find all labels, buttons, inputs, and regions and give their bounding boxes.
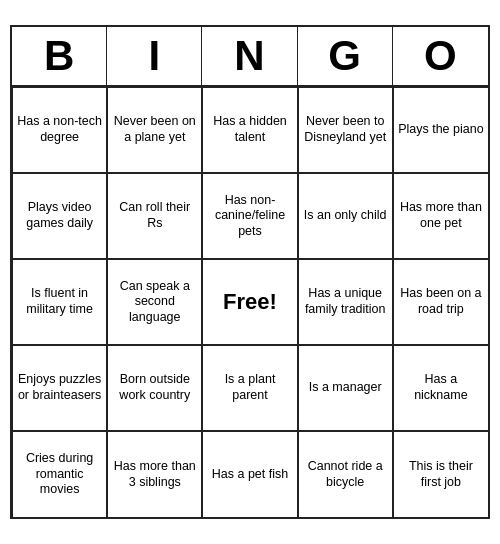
- bingo-cell-2[interactable]: Has a hidden talent: [202, 87, 297, 173]
- bingo-cell-4[interactable]: Plays the piano: [393, 87, 488, 173]
- bingo-cell-9[interactable]: Has more than one pet: [393, 173, 488, 259]
- bingo-letter-b: B: [12, 27, 107, 85]
- bingo-cell-23[interactable]: Cannot ride a bicycle: [298, 431, 393, 517]
- bingo-cell-24[interactable]: This is their first job: [393, 431, 488, 517]
- bingo-cell-3[interactable]: Never been to Disneyland yet: [298, 87, 393, 173]
- bingo-cell-1[interactable]: Never been on a plane yet: [107, 87, 202, 173]
- bingo-cell-20[interactable]: Cries during romantic movies: [12, 431, 107, 517]
- bingo-cell-13[interactable]: Has a unique family tradition: [298, 259, 393, 345]
- bingo-letter-n: N: [202, 27, 297, 85]
- bingo-cell-7[interactable]: Has non-canine/feline pets: [202, 173, 297, 259]
- bingo-cell-21[interactable]: Has more than 3 siblings: [107, 431, 202, 517]
- bingo-cell-19[interactable]: Has a nickname: [393, 345, 488, 431]
- bingo-cell-8[interactable]: Is an only child: [298, 173, 393, 259]
- bingo-cell-6[interactable]: Can roll their Rs: [107, 173, 202, 259]
- bingo-letter-i: I: [107, 27, 202, 85]
- bingo-cell-0[interactable]: Has a non-tech degree: [12, 87, 107, 173]
- bingo-cell-15[interactable]: Enjoys puzzles or brainteasers: [12, 345, 107, 431]
- bingo-cell-17[interactable]: Is a plant parent: [202, 345, 297, 431]
- bingo-cell-5[interactable]: Plays video games daily: [12, 173, 107, 259]
- bingo-cell-16[interactable]: Born outside work country: [107, 345, 202, 431]
- bingo-letter-o: O: [393, 27, 488, 85]
- bingo-cell-12[interactable]: Free!: [202, 259, 297, 345]
- bingo-card: BINGO Has a non-tech degreeNever been on…: [10, 25, 490, 519]
- bingo-header: BINGO: [12, 27, 488, 87]
- bingo-cell-10[interactable]: Is fluent in military time: [12, 259, 107, 345]
- bingo-cell-22[interactable]: Has a pet fish: [202, 431, 297, 517]
- bingo-letter-g: G: [298, 27, 393, 85]
- bingo-cell-14[interactable]: Has been on a road trip: [393, 259, 488, 345]
- bingo-cell-18[interactable]: Is a manager: [298, 345, 393, 431]
- bingo-cell-11[interactable]: Can speak a second language: [107, 259, 202, 345]
- bingo-grid: Has a non-tech degreeNever been on a pla…: [12, 87, 488, 517]
